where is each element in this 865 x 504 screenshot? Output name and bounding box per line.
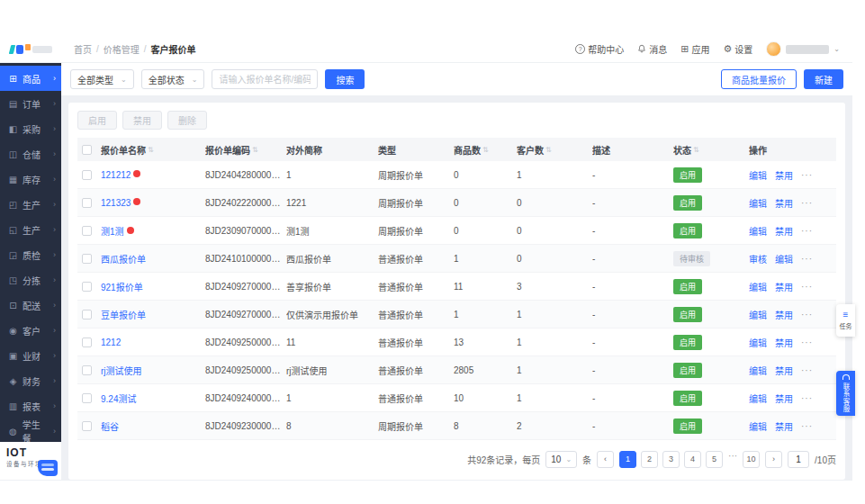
- more-actions-icon[interactable]: ···: [801, 254, 813, 264]
- disable-action-link[interactable]: 禁用: [775, 392, 793, 405]
- edit-action-link[interactable]: 编辑: [749, 364, 767, 377]
- edit-action-link[interactable]: 编辑: [749, 308, 767, 321]
- select-all-checkbox[interactable]: [82, 145, 92, 155]
- sidebar-item-orders[interactable]: ▤订单›: [0, 91, 61, 116]
- sidebar-item-report[interactable]: ▥报表›: [0, 393, 61, 418]
- more-actions-icon[interactable]: ···: [801, 338, 813, 347]
- messages-link[interactable]: 消息: [637, 42, 667, 56]
- row-checkbox[interactable]: [82, 310, 92, 320]
- quotation-name-link[interactable]: 1212: [101, 338, 121, 347]
- disable-action-link[interactable]: 禁用: [775, 336, 793, 349]
- edit-action-link[interactable]: 编辑: [749, 419, 767, 433]
- column-header[interactable]: 对外简称: [286, 143, 322, 157]
- sidebar-item-purchase[interactable]: ◧采购›: [0, 116, 61, 141]
- page-button-3[interactable]: 3: [662, 451, 680, 468]
- page-button-4[interactable]: 4: [684, 451, 701, 468]
- sidebar-item-customer[interactable]: ◉客户›: [0, 318, 61, 343]
- sidebar-item-production[interactable]: ◱生产›: [0, 217, 61, 242]
- column-header[interactable]: 操作: [749, 143, 767, 157]
- page-button-5[interactable]: 5: [706, 451, 723, 468]
- sort-icon[interactable]: ⇅: [252, 146, 258, 154]
- sidebar-item-finance[interactable]: ◈财务›: [0, 368, 61, 393]
- sidebar-item-business-finance[interactable]: ▣业财›: [0, 343, 61, 368]
- task-float-button[interactable]: ≡ 任务: [836, 304, 855, 337]
- disable-action-link[interactable]: 禁用: [775, 364, 793, 377]
- breadcrumb-section[interactable]: 价格管理: [104, 42, 140, 56]
- page-size-select[interactable]: 10 ⌄: [545, 451, 577, 468]
- row-checkbox[interactable]: [82, 282, 92, 292]
- batch-quote-button[interactable]: 商品批量报价: [721, 69, 797, 89]
- row-checkbox[interactable]: [82, 365, 92, 375]
- page-jump-input[interactable]: [788, 451, 809, 468]
- disable-action-link[interactable]: 禁用: [775, 196, 793, 210]
- disable-action-link[interactable]: 禁用: [775, 168, 793, 182]
- quotation-name-link[interactable]: 西瓜报价单: [101, 255, 146, 265]
- edit-action-link[interactable]: 编辑: [775, 252, 793, 266]
- disable-action-link[interactable]: 禁用: [775, 280, 793, 293]
- row-checkbox[interactable]: [82, 254, 92, 264]
- type-filter-select[interactable]: 全部类型 ⌄: [70, 69, 134, 89]
- quotation-name-link[interactable]: 测1测: [101, 227, 124, 237]
- sidebar-item-student-meal[interactable]: ◍学生餐›: [0, 418, 61, 442]
- more-actions-icon[interactable]: ···: [801, 393, 813, 403]
- more-actions-icon[interactable]: ···: [801, 226, 813, 236]
- sidebar-item-warehouse[interactable]: ◫仓储›: [0, 141, 61, 166]
- sort-icon[interactable]: ⇅: [482, 146, 489, 154]
- quotation-name-link[interactable]: 121212: [101, 170, 131, 180]
- approve-action-link[interactable]: 审核: [749, 252, 767, 266]
- quotation-name-link[interactable]: 豆单报价单: [101, 310, 146, 320]
- next-page-button[interactable]: ›: [765, 451, 782, 468]
- more-actions-icon[interactable]: ···: [801, 310, 813, 320]
- more-actions-icon[interactable]: ···: [801, 421, 813, 431]
- settings-link[interactable]: ⚙ 设置: [723, 42, 752, 56]
- sort-icon[interactable]: ⇅: [545, 146, 552, 154]
- row-checkbox[interactable]: [82, 338, 92, 347]
- column-header[interactable]: 客户数: [517, 143, 544, 157]
- apps-link[interactable]: ⊞ 应用: [680, 42, 709, 56]
- quotation-name-link[interactable]: rj测试使用: [101, 366, 142, 376]
- sort-icon[interactable]: ⇅: [148, 146, 154, 154]
- edit-action-link[interactable]: 编辑: [749, 280, 767, 293]
- row-checkbox[interactable]: [82, 393, 92, 403]
- sidebar-item-delivery[interactable]: ⊡配送›: [0, 292, 61, 318]
- page-button-1[interactable]: 1: [619, 451, 636, 468]
- column-header[interactable]: 商品数: [454, 143, 481, 157]
- column-header[interactable]: 报价单名称: [101, 143, 146, 157]
- more-actions-icon[interactable]: ···: [801, 282, 813, 292]
- prev-page-button[interactable]: ‹: [597, 451, 614, 468]
- sidebar-item-production[interactable]: ◰生产›: [0, 192, 61, 217]
- row-checkbox[interactable]: [82, 198, 92, 208]
- disable-action-link[interactable]: 禁用: [775, 308, 793, 321]
- edit-action-link[interactable]: 编辑: [749, 224, 767, 238]
- contact-service-float-button[interactable]: 联系客服: [836, 371, 855, 416]
- sidebar-item-sorting[interactable]: ◳分拣›: [0, 267, 61, 292]
- quotation-name-link[interactable]: 稻谷: [101, 422, 119, 432]
- edit-action-link[interactable]: 编辑: [749, 392, 767, 405]
- column-header[interactable]: 报价单编码: [205, 143, 250, 157]
- sort-icon[interactable]: ⇅: [693, 146, 699, 154]
- sidebar-item-inventory[interactable]: ▦库存›: [0, 166, 61, 192]
- search-button[interactable]: 搜索: [325, 69, 365, 89]
- more-actions-icon[interactable]: ···: [801, 365, 813, 375]
- row-checkbox[interactable]: [82, 226, 92, 236]
- column-header[interactable]: 描述: [592, 143, 610, 157]
- page-button-10[interactable]: 10: [743, 451, 760, 468]
- disable-action-link[interactable]: 禁用: [775, 224, 793, 238]
- edit-action-link[interactable]: 编辑: [749, 168, 767, 182]
- edit-action-link[interactable]: 编辑: [749, 336, 767, 349]
- enable-button[interactable]: 启用: [77, 111, 117, 130]
- disable-action-link[interactable]: 禁用: [775, 419, 793, 433]
- quotation-name-link[interactable]: 9.24测试: [101, 394, 136, 404]
- breadcrumb-home[interactable]: 首页: [74, 42, 92, 56]
- column-header[interactable]: 类型: [378, 143, 396, 157]
- delete-button[interactable]: 删除: [167, 111, 207, 130]
- row-checkbox[interactable]: [82, 170, 92, 180]
- status-filter-select[interactable]: 全部状态 ⌄: [141, 69, 205, 89]
- user-menu[interactable]: ⌄: [766, 41, 840, 57]
- column-header[interactable]: 状态: [673, 143, 691, 157]
- more-actions-icon[interactable]: ···: [801, 198, 813, 208]
- help-center-link[interactable]: ? 帮助中心: [575, 42, 624, 56]
- quotation-name-link[interactable]: 121323: [101, 198, 131, 208]
- edit-action-link[interactable]: 编辑: [749, 196, 767, 210]
- sidebar-item-goods[interactable]: ⊞商品›: [0, 66, 61, 91]
